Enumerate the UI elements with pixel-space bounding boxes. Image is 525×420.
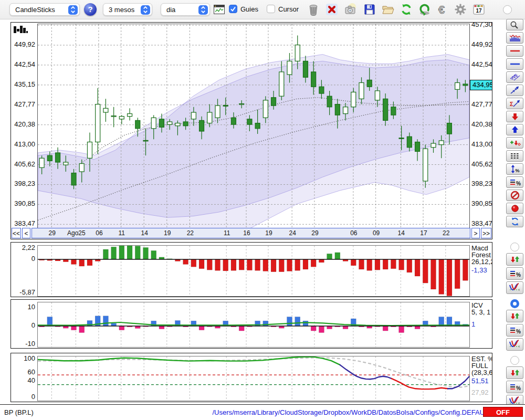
period-select[interactable]: 3 mesos bbox=[103, 3, 152, 16]
axis-label: 442,54 bbox=[12, 60, 35, 69]
off-toggle[interactable]: OFF bbox=[483, 407, 523, 417]
macd-plot[interactable] bbox=[37, 245, 470, 297]
volume-chart-icon bbox=[509, 33, 521, 43]
axis-label: 0 bbox=[12, 393, 35, 401]
axis-label: -10 bbox=[12, 340, 35, 348]
current-price-tag: 434,95 bbox=[470, 80, 492, 90]
up-marker-tool-button[interactable] bbox=[506, 124, 523, 135]
date-tick: 16 bbox=[243, 228, 250, 238]
est-info-3: (28,3,6) bbox=[471, 369, 492, 376]
open-button[interactable] bbox=[381, 3, 395, 16]
undo-button[interactable] bbox=[418, 3, 432, 16]
chart-type-select[interactable]: CandleSticks bbox=[9, 3, 80, 16]
nav-first-button[interactable]: << bbox=[12, 228, 21, 238]
macd-signals-button[interactable] bbox=[506, 253, 523, 266]
plus-arrow-diamond-icon bbox=[509, 138, 521, 148]
curves-icon bbox=[508, 340, 522, 349]
stochastic-tool-group: % bbox=[506, 356, 523, 407]
blue-up-arrow-icon bbox=[509, 125, 521, 134]
delete-button[interactable] bbox=[325, 3, 339, 16]
zoom-tool-button[interactable] bbox=[506, 19, 523, 30]
cursor-checkbox[interactable] bbox=[267, 5, 275, 13]
axis-label: 40 bbox=[12, 376, 35, 385]
icv-percent-button[interactable]: % bbox=[506, 324, 523, 337]
app-window: CandleSticks ? 3 mesos dia Guies Cursor bbox=[0, 0, 525, 420]
buy-sell-marker-tool-button[interactable] bbox=[506, 137, 523, 149]
trash-icon bbox=[307, 3, 320, 16]
help-button[interactable]: ? bbox=[84, 3, 97, 16]
down-marker-tool-button[interactable] bbox=[506, 111, 523, 122]
status-bar: BP (BP.L) /Users/mserra/Library/CloudSto… bbox=[0, 404, 525, 420]
date-tick: 22 bbox=[443, 228, 449, 238]
date-nav: << < 29Ago250611141922111619242906091417… bbox=[11, 228, 492, 239]
open-folder-icon bbox=[381, 3, 395, 16]
dashed-lines-icon bbox=[509, 151, 521, 161]
axis-label: 435,15 bbox=[12, 80, 35, 89]
date-tick: 14 bbox=[141, 228, 148, 238]
red-hline-tool-button[interactable] bbox=[506, 45, 523, 57]
refresh-button[interactable] bbox=[400, 3, 413, 16]
icv-radio[interactable] bbox=[510, 299, 519, 308]
stochastic-signals-button[interactable] bbox=[506, 366, 523, 379]
chart-window-button[interactable] bbox=[214, 5, 227, 18]
settings-button[interactable] bbox=[454, 3, 467, 16]
est-value-d: 27,92 bbox=[471, 389, 489, 396]
axis-label: 0 bbox=[12, 255, 35, 263]
icv-curve-button[interactable] bbox=[506, 338, 523, 351]
curves-icon bbox=[508, 283, 522, 292]
nav-last-button[interactable]: >> bbox=[481, 228, 491, 238]
macd-radio[interactable] bbox=[510, 243, 519, 251]
disable-tool-button[interactable] bbox=[506, 190, 523, 201]
down-up-arrows-icon bbox=[508, 255, 522, 264]
main-plot[interactable] bbox=[37, 24, 470, 228]
window-link-radio[interactable] bbox=[503, 5, 512, 14]
axis-label: 420,38 bbox=[471, 120, 492, 129]
percent-lines-icon: % bbox=[508, 269, 522, 278]
macd-value: -1,33 bbox=[471, 267, 487, 274]
sigma-trend-tool-button[interactable]: Σ bbox=[506, 98, 523, 109]
save-button[interactable] bbox=[363, 3, 376, 16]
axis-label: 383,47 bbox=[12, 219, 35, 228]
config-path-label: /Users/mserra/Library/CloudStorage/Dropb… bbox=[212, 408, 503, 416]
axis-label: -5,87 bbox=[12, 288, 35, 297]
axis-label: 413,00 bbox=[12, 140, 35, 149]
vertical-percent-tool-button[interactable]: % bbox=[506, 163, 523, 175]
reload-data-tool-button[interactable] bbox=[506, 216, 523, 227]
interval-select[interactable]: dia bbox=[161, 3, 210, 16]
date-scroll-strip[interactable]: 29Ago25061114192211161924290609141722 bbox=[32, 228, 470, 238]
nav-prev-button[interactable]: < bbox=[22, 228, 30, 238]
record-tool-button[interactable] bbox=[506, 203, 523, 214]
axis-label: 0 bbox=[12, 321, 35, 330]
macd-tool-group: % bbox=[506, 243, 523, 294]
date-tick: 14 bbox=[398, 228, 405, 238]
axis-label: 442,54 bbox=[471, 60, 492, 69]
stochastic-radio[interactable] bbox=[510, 356, 519, 365]
help-glyph: ? bbox=[88, 5, 92, 14]
calendar-button[interactable]: 17 bbox=[472, 3, 486, 16]
guies-label: Guies bbox=[240, 5, 258, 13]
price-chart-panel: Last: 434.95 - 24/10/25 << < 29Ago250611… bbox=[10, 22, 492, 239]
dashed-levels-tool-button[interactable] bbox=[506, 150, 523, 162]
trendline-tool-button[interactable] bbox=[506, 85, 523, 96]
icv-signals-button[interactable] bbox=[506, 310, 523, 322]
icv-plot[interactable] bbox=[37, 302, 470, 348]
stochastic-plot[interactable] bbox=[37, 356, 470, 401]
percent-lines-tool-button[interactable]: % bbox=[506, 176, 523, 188]
calendar-icon: 17 bbox=[472, 3, 486, 16]
macd-percent-button[interactable]: % bbox=[506, 267, 523, 280]
overview-chart-button[interactable] bbox=[506, 32, 523, 44]
vertical-percent-icon: % bbox=[509, 164, 521, 174]
trash-button[interactable] bbox=[307, 3, 320, 16]
blue-hline-tool-button[interactable] bbox=[506, 58, 523, 70]
macd-curve-button[interactable] bbox=[506, 281, 523, 294]
guies-checkbox[interactable] bbox=[229, 5, 237, 13]
red-line-icon bbox=[509, 46, 521, 56]
toolbar: CandleSticks ? 3 mesos dia Guies Cursor bbox=[0, 0, 525, 19]
currency-button[interactable]: € bbox=[436, 3, 450, 16]
nav-next-button[interactable]: > bbox=[471, 228, 480, 238]
stochastic-percent-button[interactable]: % bbox=[506, 381, 523, 393]
svg-text:Σ: Σ bbox=[510, 101, 513, 107]
snapshot-button[interactable] bbox=[343, 3, 357, 16]
channel-tool-button[interactable] bbox=[506, 71, 523, 83]
date-tick: 24 bbox=[289, 228, 296, 238]
